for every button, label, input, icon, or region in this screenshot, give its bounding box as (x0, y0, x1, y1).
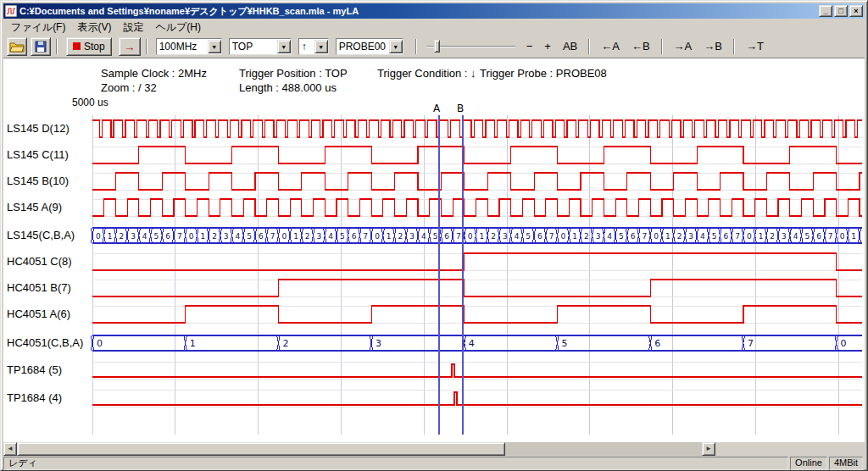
waveform-pane (3, 58, 865, 442)
zoom-out-button[interactable]: − (523, 40, 537, 53)
chevron-down-icon[interactable]: ▼ (314, 40, 328, 53)
slider-track (427, 46, 515, 47)
jump-left-b-button[interactable]: ←B (628, 40, 654, 53)
menubar: ファイル(F)表示(V)設定ヘルプ(H) (3, 19, 865, 35)
save-button[interactable] (31, 37, 51, 56)
chevron-down-icon[interactable]: ▼ (208, 40, 221, 53)
status-4mbit: 4MBit (829, 457, 863, 470)
menu-item-3[interactable]: ヘルプ(H) (149, 19, 207, 36)
jump-left-a-button[interactable]: ←A (598, 40, 623, 53)
toolbar-separator (733, 39, 735, 54)
stop-icon (73, 42, 81, 50)
titlebar: C:¥Documents and Settings¥noname¥デスクトップ¥… (3, 3, 865, 19)
trigger-position-combo[interactable]: TOP ▼ (229, 38, 292, 55)
scroll-left-button[interactable]: ◄ (3, 442, 17, 456)
run-arrow-icon: → (124, 41, 136, 53)
maximize-button[interactable]: □ (834, 5, 848, 17)
scrollbar-thumb[interactable] (17, 442, 505, 456)
zoom-slider[interactable] (427, 38, 515, 55)
close-button[interactable]: × (849, 5, 863, 17)
toolbar-separator (588, 39, 590, 54)
app-icon (5, 5, 17, 17)
status-ready: レディ (3, 457, 788, 470)
trigger-position-value: TOP (230, 41, 277, 53)
toolbar-separator (415, 39, 417, 54)
trigger-edge-value: ↑ (299, 41, 314, 53)
jump-right-a-button[interactable]: →A (670, 40, 696, 53)
trigger-edge-combo[interactable]: ↑ ▼ (298, 38, 329, 55)
window-title: C:¥Documents and Settings¥noname¥デスクトップ¥… (19, 5, 816, 18)
jump-right-b-button[interactable]: →B (700, 40, 726, 53)
run-button[interactable]: → (119, 37, 141, 56)
save-floppy-icon (34, 40, 47, 53)
toolbar: Stop → 100MHz ▼ TOP ▼ ↑ ▼ PROBE00 ▼ −+AB… (3, 35, 865, 58)
horizontal-scrollbar[interactable]: ◄ ► (3, 442, 715, 456)
chevron-down-icon[interactable]: ▼ (277, 40, 291, 53)
open-file-button[interactable] (7, 37, 27, 56)
zoom-in-button[interactable]: + (541, 40, 554, 53)
status-online: Online (790, 457, 827, 470)
toolbar-separator (146, 39, 147, 54)
trigger-probe-combo[interactable]: PROBE00 ▼ (336, 38, 403, 55)
toolbar-separator (56, 39, 58, 54)
open-folder-icon (9, 41, 25, 53)
sample-clock-combo[interactable]: 100MHz ▼ (156, 38, 222, 55)
statusbar: レディ Online4MBit (3, 457, 865, 470)
stop-button[interactable]: Stop (66, 37, 112, 56)
slider-thumb[interactable] (434, 40, 440, 53)
chevron-down-icon[interactable]: ▼ (389, 40, 403, 53)
menu-item-2[interactable]: 設定 (117, 19, 149, 36)
toolbar-separator (661, 39, 663, 54)
app-window: C:¥Documents and Settings¥noname¥デスクトップ¥… (0, 0, 868, 471)
goto-trigger-button[interactable]: →T (743, 40, 767, 53)
trigger-probe-value: PROBE00 (337, 41, 389, 53)
show-ab-button[interactable]: AB (559, 40, 581, 53)
zoom-button-group: −+AB←A←B→A→B→T (520, 39, 770, 54)
window-controls: _ □ × (819, 5, 863, 17)
menu-item-0[interactable]: ファイル(F) (5, 19, 71, 36)
menu-item-1[interactable]: 表示(V) (71, 19, 117, 36)
sample-clock-value: 100MHz (157, 41, 208, 53)
scrollbar-track[interactable] (505, 442, 702, 456)
scroll-right-button[interactable]: ► (702, 442, 715, 456)
stop-label: Stop (84, 41, 105, 53)
status-cells: Online4MBit (790, 457, 863, 470)
minimize-button[interactable]: _ (819, 5, 832, 17)
